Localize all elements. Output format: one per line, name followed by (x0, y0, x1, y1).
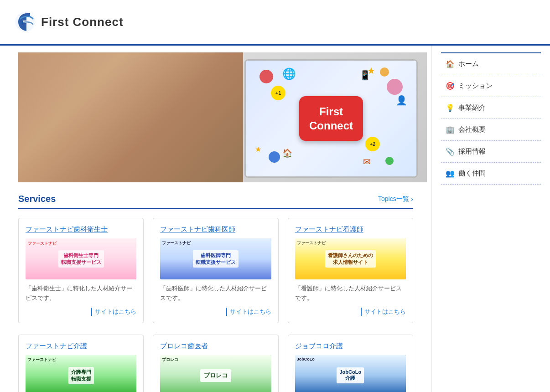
hero-badge-line1: First (309, 104, 353, 119)
sidebar-item-company[interactable]: 🏢 会社概要 (441, 119, 541, 141)
site-link-2[interactable]: サイトはこちら (361, 308, 406, 316)
service-card-img-2: 看護師さんのための求人情報サイト ファーストナビ (295, 238, 406, 279)
service-card-title-5[interactable]: ジョブコロ介護 (295, 342, 406, 351)
service-card-link-1: サイトはこちら (160, 308, 271, 316)
recruit-icon: 📎 (446, 147, 455, 156)
service-card-img-0: 歯科衛生士専門転職支援サービス (26, 238, 136, 279)
service-card-img-1: 歯科医師専門転職支援サービス ファーストナビ (160, 238, 271, 279)
service-grid-row1: ファーストナビ歯科衛生士 歯科衛生士専門転職支援サービス 「歯科衛生士」に特化し… (18, 218, 413, 323)
deco-mail: ✉ (363, 156, 371, 167)
home-icon: 🏠 (446, 60, 455, 68)
service-card-title-4[interactable]: プロレコ歯医者 (160, 342, 271, 351)
img-sim-1: 歯科医師専門転職支援サービス ファーストナビ (160, 238, 271, 279)
company-icon: 🏢 (446, 125, 455, 134)
content: ★ ★ +1 +2 First Connect 🌐 ✉ 📱 👤 (0, 46, 431, 392)
topics-link-text: Topics一覧 (378, 195, 409, 203)
topics-chevron-icon: › (411, 195, 413, 203)
sidebar-item-mission[interactable]: 🎯 ミッション (441, 75, 541, 97)
deco-dot-4 (385, 157, 394, 165)
service-grid-row2: ファーストナビ介護 介護専門転職支援 ファーストナビ プロレコ歯医者 プロレコ (18, 335, 413, 392)
deco-user: 👤 (396, 95, 407, 106)
services-header: Services Topics一覧 › (18, 194, 413, 209)
hero-laptop-inner: ★ ★ +1 +2 First Connect 🌐 ✉ 📱 👤 (246, 61, 416, 176)
sidebar-item-company-label: 会社概要 (458, 125, 486, 134)
service-card-img-4: プロレコ プロレコ (160, 355, 271, 392)
service-card-desc-2: 「看護師」に特化した人材紹介サービスです。 (295, 284, 406, 303)
img-sim-0: 歯科衛生士専門転職支援サービス (26, 238, 136, 279)
service-card-link-2: サイトはこちら (295, 308, 406, 316)
services-title: Services (18, 194, 56, 204)
hero-laptop: ★ ★ +1 +2 First Connect 🌐 ✉ 📱 👤 (244, 59, 418, 178)
service-card-nurse: ファーストナビ看護師 看護師さんのための求人情報サイト ファーストナビ 「看護師… (288, 218, 413, 323)
deco-home: 🏠 (282, 148, 292, 158)
hero-image: ★ ★ +1 +2 First Connect 🌐 ✉ 📱 👤 (18, 52, 427, 182)
deco-plus1: +1 (271, 86, 285, 100)
logo-text: First Connect (41, 15, 124, 29)
site-link-1[interactable]: サイトはこちら (226, 308, 271, 316)
sidebar-nav: 🏠 ホーム 🎯 ミッション 💡 事業紹介 🏢 会社概要 📎 採用情報 👥 (441, 52, 541, 185)
deco-globe: 🌐 (282, 67, 296, 80)
service-card-title-2[interactable]: ファーストナビ看護師 (295, 225, 406, 234)
service-card-title-3[interactable]: ファーストナビ介護 (26, 342, 136, 351)
sidebar-item-home-label: ホーム (458, 60, 479, 68)
service-card-desc-1: 「歯科医師」に特化した人材紹介サービスです。 (160, 284, 271, 303)
deco-dot-5 (387, 79, 403, 95)
sidebar-item-colleagues[interactable]: 👥 働く仲間 (441, 163, 541, 185)
service-card-desc-0: 「歯科衛生士」に特化した人材紹介サービスです。 (26, 284, 136, 303)
logo-icon (14, 10, 36, 35)
deco-star-2: ★ (255, 145, 261, 154)
sidebar-item-home[interactable]: 🏠 ホーム (441, 52, 541, 75)
hero-badge-line2: Connect (309, 119, 353, 133)
hero-people (18, 52, 243, 182)
service-card-img-3: 介護専門転職支援 ファーストナビ (26, 355, 136, 392)
service-card-title-0[interactable]: ファーストナビ歯科衛生士 (26, 225, 136, 234)
deco-dot-2 (380, 67, 389, 77)
service-card-link-0: サイトはこちら (26, 308, 136, 316)
service-card-dental-doctor: ファーストナビ歯科医師 歯科医師専門転職支援サービス ファーストナビ 「歯科医師… (153, 218, 278, 323)
mission-icon: 🎯 (446, 82, 455, 90)
hero-badge: First Connect (299, 96, 363, 141)
main-layout: ★ ★ +1 +2 First Connect 🌐 ✉ 📱 👤 (0, 46, 550, 392)
img-sim-2: 看護師さんのための求人情報サイト ファーストナビ (295, 238, 406, 279)
img-sim-4: プロレコ プロレコ (160, 355, 271, 392)
service-card-title-1[interactable]: ファーストナビ歯科医師 (160, 225, 271, 234)
sidebar-item-colleagues-label: 働く仲間 (458, 169, 486, 178)
sidebar-item-business-label: 事業紹介 (458, 103, 486, 112)
header: First Connect (0, 0, 550, 46)
deco-dot-3 (269, 151, 280, 163)
sidebar-item-recruit[interactable]: 📎 採用情報 (441, 141, 541, 163)
sidebar-item-recruit-label: 採用情報 (458, 147, 486, 156)
service-card-proleco: プロレコ歯医者 プロレコ プロレコ (153, 335, 278, 392)
img-sim-5: JobCoLo介護 JobCoLo (295, 355, 406, 392)
sidebar-item-business[interactable]: 💡 事業紹介 (441, 97, 541, 119)
colleagues-icon: 👥 (446, 169, 455, 178)
deco-dot-1 (259, 70, 273, 83)
sidebar: 🏠 ホーム 🎯 ミッション 💡 事業紹介 🏢 会社概要 📎 採用情報 👥 (431, 46, 550, 392)
sidebar-item-mission-label: ミッション (458, 82, 493, 90)
img-sim-3: 介護専門転職支援 ファーストナビ (26, 355, 136, 392)
deco-plus2: +2 (365, 137, 380, 151)
deco-phone: 📱 (359, 70, 371, 81)
service-card-care: ファーストナビ介護 介護専門転職支援 ファーストナビ (18, 335, 144, 392)
services-section: Services Topics一覧 › ファーストナビ歯科衛生士 歯科衛生士専門… (18, 194, 413, 392)
service-card-jobcolo: ジョブコロ介護 JobCoLo介護 JobCoLo (288, 335, 413, 392)
topics-link[interactable]: Topics一覧 › (378, 195, 413, 203)
business-icon: 💡 (446, 103, 455, 112)
logo-area[interactable]: First Connect (14, 10, 124, 35)
site-link-0[interactable]: サイトはこちら (91, 308, 136, 316)
service-card-img-5: JobCoLo介護 JobCoLo (295, 355, 406, 392)
service-card-dental-hygienist: ファーストナビ歯科衛生士 歯科衛生士専門転職支援サービス 「歯科衛生士」に特化し… (18, 218, 144, 323)
